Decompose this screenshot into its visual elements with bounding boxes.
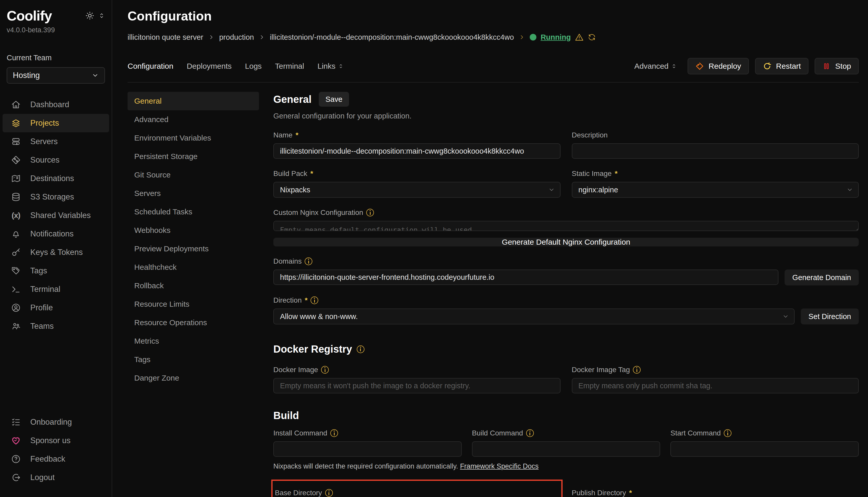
- subnav-git-source[interactable]: Git Source: [127, 166, 259, 184]
- set-direction-button[interactable]: Set Direction: [801, 309, 859, 324]
- team-select[interactable]: Hosting: [7, 67, 105, 84]
- subnav-metrics[interactable]: Metrics: [127, 332, 259, 350]
- tab-configuration[interactable]: Configuration: [127, 62, 173, 71]
- settings-subnav: General Advanced Environment Variables P…: [127, 92, 259, 497]
- description-input[interactable]: [572, 143, 859, 159]
- build-command-input[interactable]: [472, 441, 660, 457]
- breadcrumb-application[interactable]: illicitestonion/-module--decomposition:m…: [270, 33, 514, 42]
- sidebar-item-projects[interactable]: Projects: [3, 114, 109, 132]
- generate-nginx-button[interactable]: Generate Default Nginx Configuration: [273, 238, 859, 246]
- heart-icon: [11, 436, 21, 446]
- subnav-servers[interactable]: Servers: [127, 184, 259, 203]
- server-icon: [11, 137, 21, 147]
- sidebar-item-notifications[interactable]: Notifications: [3, 225, 109, 243]
- generate-domain-button[interactable]: Generate Domain: [785, 270, 859, 285]
- restart-button[interactable]: Restart: [755, 58, 809, 74]
- app-version: v4.0.0-beta.399: [7, 26, 105, 34]
- home-icon: [11, 100, 21, 110]
- save-button[interactable]: Save: [319, 92, 349, 107]
- subnav-scheduled-tasks[interactable]: Scheduled Tasks: [127, 203, 259, 221]
- info-icon[interactable]: [305, 257, 312, 265]
- sidebar-item-dashboard[interactable]: Dashboard: [3, 95, 109, 114]
- breadcrumb: illicitonion quote server production ill…: [127, 33, 859, 42]
- tab-links[interactable]: Links: [317, 62, 344, 71]
- subnav-resource-limits[interactable]: Resource Limits: [127, 295, 259, 313]
- sidebar-nav: Dashboard Projects Servers Sources Desti…: [0, 95, 112, 336]
- sidebar-item-onboarding[interactable]: Onboarding: [3, 413, 109, 431]
- info-icon[interactable]: [321, 366, 329, 374]
- start-command-input[interactable]: [670, 441, 859, 457]
- chevron-up-down-icon: [338, 63, 344, 69]
- sidebar-item-profile[interactable]: Profile: [3, 299, 109, 317]
- info-icon[interactable]: [357, 345, 364, 353]
- domains-label: Domains: [273, 257, 302, 266]
- theme-toggle-sun-icon[interactable]: [85, 11, 94, 20]
- instance-switcher-icon[interactable]: [98, 12, 105, 19]
- status-running-link[interactable]: Running: [540, 33, 571, 42]
- info-icon[interactable]: [325, 489, 333, 497]
- subnav-rollback[interactable]: Rollback: [127, 276, 259, 295]
- nginx-config-textarea[interactable]: [273, 221, 859, 231]
- users-icon: [11, 321, 21, 331]
- sidebar-item-sources[interactable]: Sources: [3, 151, 109, 169]
- subnav-resource-operations[interactable]: Resource Operations: [127, 313, 259, 332]
- info-icon[interactable]: [330, 429, 338, 437]
- subnav-tags[interactable]: Tags: [127, 350, 259, 369]
- build-pack-select[interactable]: Nixpacks: [273, 182, 561, 198]
- info-icon[interactable]: [633, 366, 640, 374]
- sidebar-item-s3-storages[interactable]: S3 Storages: [3, 188, 109, 206]
- sidebar-item-servers[interactable]: Servers: [3, 132, 109, 151]
- sidebar-item-keys-tokens[interactable]: Keys & Tokens: [3, 243, 109, 261]
- tab-logs[interactable]: Logs: [245, 62, 262, 71]
- sidebar-item-sponsor[interactable]: Sponsor us: [3, 431, 109, 450]
- info-icon[interactable]: [526, 429, 534, 437]
- subnav-advanced[interactable]: Advanced: [127, 110, 259, 129]
- subnav-preview-deployments[interactable]: Preview Deployments: [127, 240, 259, 258]
- docker-image-input[interactable]: [273, 378, 561, 393]
- help-circle-icon: [11, 454, 21, 464]
- terminal-icon: [11, 284, 21, 294]
- domains-input[interactable]: [273, 270, 779, 285]
- sidebar-item-shared-variables[interactable]: (x) Shared Variables: [3, 206, 109, 225]
- info-icon[interactable]: [724, 429, 731, 437]
- subnav-general[interactable]: General: [127, 92, 259, 110]
- nginx-config-label: Custom Nginx Configuration: [273, 209, 363, 217]
- general-subtitle: General configuration for your applicati…: [273, 112, 859, 120]
- warning-icon[interactable]: [575, 33, 584, 42]
- base-directory-label: Base Directory: [275, 489, 322, 497]
- tab-deployments[interactable]: Deployments: [187, 62, 232, 71]
- info-icon[interactable]: [311, 296, 318, 304]
- static-image-select[interactable]: nginx:alpine: [572, 182, 859, 198]
- subnav-healthcheck[interactable]: Healthcheck: [127, 258, 259, 276]
- subnav-webhooks[interactable]: Webhooks: [127, 221, 259, 240]
- sidebar-item-feedback[interactable]: Feedback: [3, 450, 109, 468]
- install-command-input[interactable]: [273, 441, 462, 457]
- sidebar-item-tags[interactable]: Tags: [3, 261, 109, 280]
- subnav-danger-zone[interactable]: Danger Zone: [127, 369, 259, 387]
- breadcrumb-project[interactable]: illicitonion quote server: [127, 33, 203, 42]
- info-icon[interactable]: [366, 209, 374, 216]
- breadcrumb-environment[interactable]: production: [219, 33, 254, 42]
- redeploy-button[interactable]: Redeploy: [688, 58, 749, 74]
- subnav-environment-variables[interactable]: Environment Variables: [127, 129, 259, 147]
- advanced-dropdown[interactable]: Advanced: [634, 62, 677, 71]
- subnav-persistent-storage[interactable]: Persistent Storage: [127, 147, 259, 166]
- sidebar-item-logout[interactable]: Logout: [3, 468, 109, 487]
- direction-select[interactable]: Allow www & non-www.: [273, 309, 795, 324]
- start-command-label: Start Command: [670, 429, 721, 437]
- docker-image-tag-input[interactable]: [572, 378, 859, 393]
- name-label: Name: [273, 131, 293, 139]
- tab-terminal[interactable]: Terminal: [275, 62, 304, 71]
- stop-button[interactable]: Stop: [815, 58, 859, 74]
- name-input[interactable]: [273, 143, 561, 159]
- refresh-icon[interactable]: [588, 33, 596, 41]
- chevron-right-icon: [519, 34, 525, 40]
- main-content: Configuration illicitonion quote server …: [112, 0, 868, 497]
- user-circle-icon: [11, 303, 21, 313]
- sidebar-item-destinations[interactable]: Destinations: [3, 169, 109, 188]
- sidebar-item-terminal[interactable]: Terminal: [3, 280, 109, 299]
- sidebar-item-teams[interactable]: Teams: [3, 317, 109, 336]
- install-command-label: Install Command: [273, 429, 327, 437]
- chevron-right-icon: [208, 34, 214, 40]
- framework-docs-link[interactable]: Framework Specific Docs: [460, 463, 538, 470]
